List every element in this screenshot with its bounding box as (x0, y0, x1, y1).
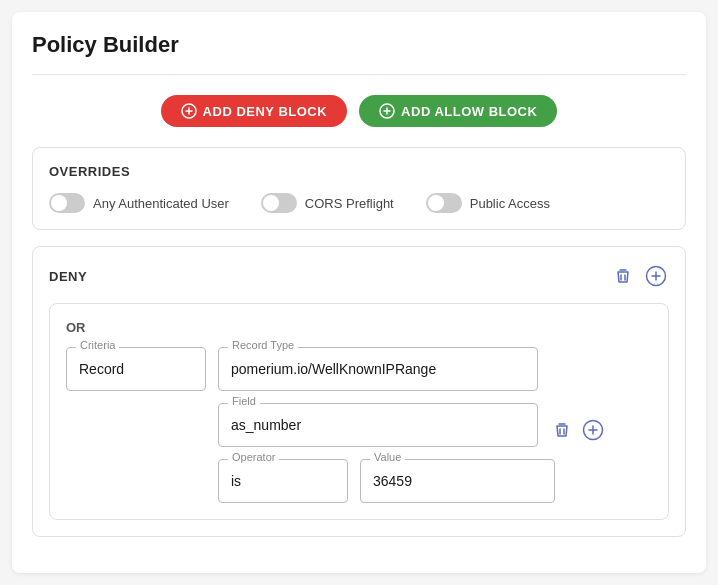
overrides-section: OVERRIDES Any Authenticated User CORS Pr… (32, 147, 686, 230)
operator-label: Operator (228, 451, 279, 463)
value-label: Value (370, 451, 405, 463)
public-access-toggle-group: Public Access (426, 193, 550, 213)
deny-add-button[interactable] (643, 263, 669, 289)
any-authenticated-user-toggle-group: Any Authenticated User (49, 193, 229, 213)
field-row: Field (66, 403, 652, 447)
field-trash-icon (552, 420, 572, 440)
any-authenticated-user-label: Any Authenticated User (93, 196, 229, 211)
field-label: Field (228, 395, 260, 407)
toolbar: ADD DENY BLOCK ADD ALLOW BLOCK (32, 95, 686, 127)
criteria-label: Criteria (76, 339, 119, 351)
record-type-field-group: Record Type (218, 347, 538, 391)
plus-circle-allow-icon (379, 103, 395, 119)
page-title: Policy Builder (32, 32, 686, 75)
field-action-icons (550, 417, 606, 447)
operator-select[interactable]: is is not contains starts with ends with (218, 459, 348, 503)
deny-section: DENY OR (32, 246, 686, 537)
or-block: OR Criteria Record User Group Device Rec… (49, 303, 669, 520)
add-deny-block-button[interactable]: ADD DENY BLOCK (161, 95, 348, 127)
record-type-label: Record Type (228, 339, 298, 351)
operator-field-group: Operator is is not contains starts with … (218, 459, 348, 503)
trash-icon (613, 266, 633, 286)
criteria-select[interactable]: Record User Group Device (66, 347, 206, 391)
field-input[interactable] (218, 403, 538, 447)
operator-row: Operator is is not contains starts with … (66, 459, 652, 503)
field-trash-button[interactable] (550, 418, 574, 442)
public-access-toggle[interactable] (426, 193, 462, 213)
cors-preflight-toggle[interactable] (261, 193, 297, 213)
cors-preflight-label: CORS Preflight (305, 196, 394, 211)
deny-trash-button[interactable] (611, 264, 635, 288)
public-access-label: Public Access (470, 196, 550, 211)
record-type-input[interactable] (218, 347, 538, 391)
add-allow-block-button[interactable]: ADD ALLOW BLOCK (359, 95, 557, 127)
cors-preflight-toggle-group: CORS Preflight (261, 193, 394, 213)
deny-title: DENY (49, 269, 87, 284)
field-field-group: Field (218, 403, 538, 447)
overrides-label: OVERRIDES (49, 164, 669, 179)
overrides-row: Any Authenticated User CORS Preflight Pu… (49, 193, 669, 213)
field-plus-circle-icon (582, 419, 604, 441)
plus-circle-deny-icon (181, 103, 197, 119)
plus-circle-deny-add-icon (645, 265, 667, 287)
criteria-field-group: Criteria Record User Group Device (66, 347, 206, 391)
or-label: OR (66, 320, 652, 335)
deny-header-icons (611, 263, 669, 289)
field-add-button[interactable] (580, 417, 606, 443)
criteria-row: Criteria Record User Group Device Record… (66, 347, 652, 391)
value-input[interactable] (360, 459, 555, 503)
deny-header: DENY (49, 263, 669, 289)
any-authenticated-user-toggle[interactable] (49, 193, 85, 213)
value-field-group: Value (360, 459, 555, 503)
